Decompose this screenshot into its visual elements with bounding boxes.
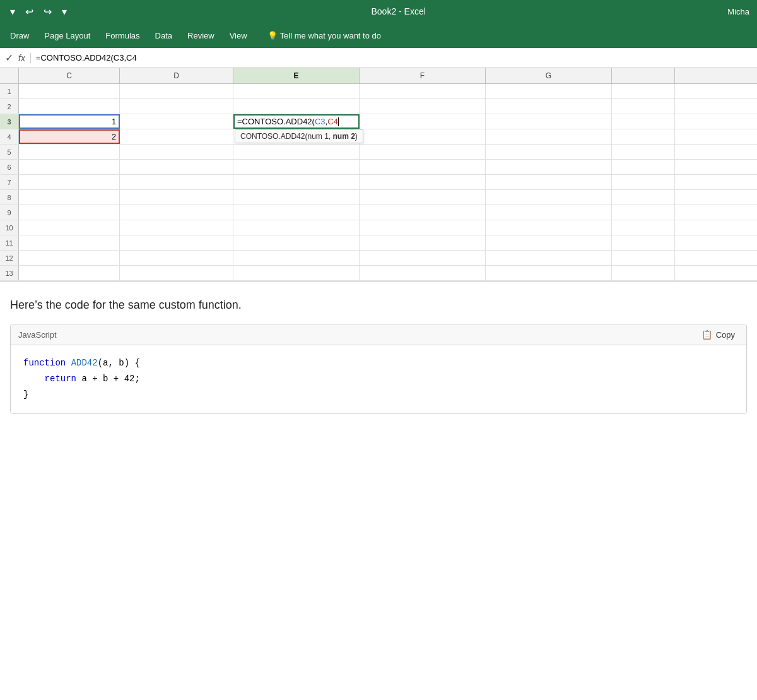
cell-e8[interactable] — [233, 190, 360, 205]
cell-f7[interactable] — [360, 175, 486, 189]
cell-g4[interactable] — [486, 129, 612, 144]
cell-h10[interactable] — [612, 220, 675, 235]
cell-d9[interactable] — [120, 205, 233, 220]
cell-e10[interactable] — [233, 220, 360, 235]
cell-d13[interactable] — [120, 266, 233, 280]
cell-c12[interactable] — [19, 251, 120, 265]
menu-data[interactable]: Data — [148, 26, 180, 45]
cell-c4[interactable]: 2 — [19, 129, 120, 144]
cell-h9[interactable] — [612, 205, 675, 220]
menu-review[interactable]: Review — [180, 26, 222, 45]
cell-d1[interactable] — [120, 84, 233, 98]
cell-c13[interactable] — [19, 266, 120, 280]
cell-d2[interactable] — [120, 99, 233, 114]
cell-f6[interactable] — [360, 160, 486, 174]
more-button[interactable]: ▾ — [59, 4, 69, 19]
cell-e7[interactable] — [233, 175, 360, 189]
cell-h3[interactable] — [612, 114, 675, 129]
cell-g10[interactable] — [486, 220, 612, 235]
cell-g3[interactable] — [486, 114, 612, 129]
table-row: 1 — [0, 84, 757, 99]
cell-h8[interactable] — [612, 190, 675, 205]
cell-e6[interactable] — [233, 160, 360, 174]
cell-e3[interactable]: =CONTOSO.ADD42(C3,C4 CONTOSO.ADD42(num 1… — [233, 114, 360, 129]
cell-e1[interactable] — [233, 84, 360, 98]
cell-c1[interactable] — [19, 84, 120, 98]
menu-view[interactable]: View — [222, 26, 255, 45]
cell-g1[interactable] — [486, 84, 612, 98]
cell-e11[interactable] — [233, 235, 360, 250]
cell-f3[interactable] — [360, 114, 486, 129]
cell-d12[interactable] — [120, 251, 233, 265]
cell-f13[interactable] — [360, 266, 486, 280]
menu-page-layout[interactable]: Page Layout — [37, 26, 98, 45]
corner-cell — [0, 68, 19, 83]
cell-g12[interactable] — [486, 251, 612, 265]
cell-c7[interactable] — [19, 175, 120, 189]
cell-d8[interactable] — [120, 190, 233, 205]
insert-function-button[interactable]: fx — [18, 53, 31, 63]
cell-c8[interactable] — [19, 190, 120, 205]
col-header-f[interactable]: F — [360, 68, 486, 83]
cell-g6[interactable] — [486, 160, 612, 174]
cell-h1[interactable] — [612, 84, 675, 98]
cell-h12[interactable] — [612, 251, 675, 265]
cell-g8[interactable] — [486, 190, 612, 205]
formula-input[interactable] — [36, 53, 752, 62]
cell-f10[interactable] — [360, 220, 486, 235]
cell-d11[interactable] — [120, 235, 233, 250]
cell-f5[interactable] — [360, 145, 486, 159]
cell-c2[interactable] — [19, 99, 120, 114]
cell-g9[interactable] — [486, 205, 612, 220]
tell-me-search[interactable]: 💡 Tell me what you want to do — [267, 31, 381, 40]
cell-h5[interactable] — [612, 145, 675, 159]
formula-bar: ✓ fx — [0, 48, 757, 68]
cell-f2[interactable] — [360, 99, 486, 114]
cell-h4[interactable] — [612, 129, 675, 144]
cell-f11[interactable] — [360, 235, 486, 250]
redo-button[interactable]: ↪ — [41, 4, 54, 19]
cell-c6[interactable] — [19, 160, 120, 174]
cell-h6[interactable] — [612, 160, 675, 174]
cell-d7[interactable] — [120, 175, 233, 189]
cell-e13[interactable] — [233, 266, 360, 280]
undo-button[interactable]: ↩ — [23, 4, 36, 19]
cell-d4[interactable] — [120, 129, 233, 144]
cell-f1[interactable] — [360, 84, 486, 98]
col-header-g[interactable]: G — [486, 68, 612, 83]
excel-icon[interactable]: ▾ — [8, 4, 18, 19]
cell-e2[interactable] — [233, 99, 360, 114]
cell-g7[interactable] — [486, 175, 612, 189]
cell-d10[interactable] — [120, 220, 233, 235]
cell-f8[interactable] — [360, 190, 486, 205]
cell-e5[interactable] — [233, 145, 360, 159]
cell-g11[interactable] — [486, 235, 612, 250]
cell-f12[interactable] — [360, 251, 486, 265]
cell-f4[interactable] — [360, 129, 486, 144]
cell-c5[interactable] — [19, 145, 120, 159]
cell-h11[interactable] — [612, 235, 675, 250]
cell-h2[interactable] — [612, 99, 675, 114]
cell-d5[interactable] — [120, 145, 233, 159]
cell-c10[interactable] — [19, 220, 120, 235]
cell-g13[interactable] — [486, 266, 612, 280]
confirm-formula-button[interactable]: ✓ — [5, 52, 13, 64]
cell-g5[interactable] — [486, 145, 612, 159]
copy-button[interactable]: 📋 Copy — [698, 328, 739, 341]
cell-h7[interactable] — [612, 175, 675, 189]
cell-h13[interactable] — [612, 266, 675, 280]
cell-c3[interactable]: 1 — [19, 114, 120, 129]
cell-d6[interactable] — [120, 160, 233, 174]
cell-e9[interactable] — [233, 205, 360, 220]
col-header-e[interactable]: E — [233, 68, 360, 83]
cell-d3[interactable] — [120, 114, 233, 129]
cell-f9[interactable] — [360, 205, 486, 220]
menu-draw[interactable]: Draw — [3, 26, 37, 45]
cell-g2[interactable] — [486, 99, 612, 114]
cell-c11[interactable] — [19, 235, 120, 250]
menu-formulas[interactable]: Formulas — [98, 26, 147, 45]
cell-c9[interactable] — [19, 205, 120, 220]
col-header-d[interactable]: D — [120, 68, 233, 83]
cell-e12[interactable] — [233, 251, 360, 265]
col-header-c[interactable]: C — [19, 68, 120, 83]
